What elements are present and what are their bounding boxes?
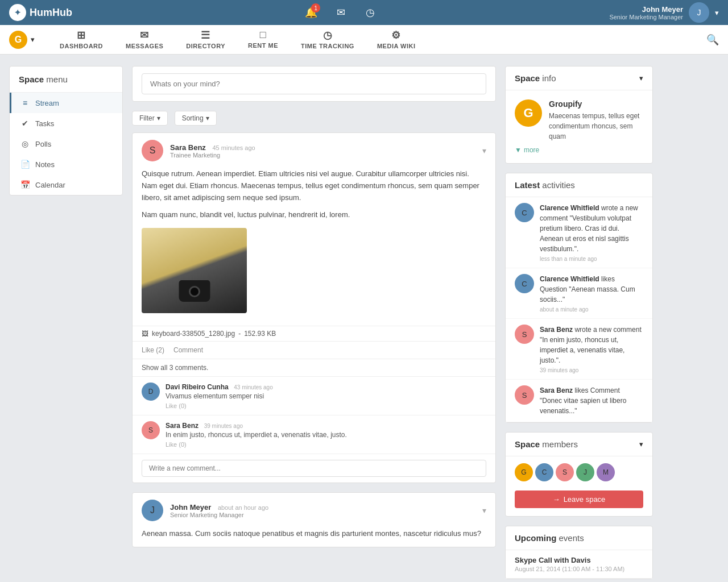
sidebar-label-polls: Polls <box>35 140 51 148</box>
activity-4-content: Sara Benz likes Comment "Donec vitae sap… <box>540 385 643 416</box>
notifications-button[interactable]: 🔔 1 <box>301 2 321 23</box>
show-all-comments[interactable]: Show all 3 comments. <box>133 359 495 377</box>
top-bar: ✦ HumHub 🔔 1 ✉ ◷ John Meyer Senior Marke… <box>0 0 728 25</box>
more-arrow-icon: ▼ <box>515 146 522 154</box>
sidebar-label-notes: Notes <box>35 160 55 169</box>
more-link[interactable]: ▼ more <box>515 146 643 154</box>
comment-2-like[interactable]: Like (0) <box>166 441 486 448</box>
post-2-chevron-icon[interactable]: ▾ <box>482 506 486 515</box>
space-info-chevron-icon: ▾ <box>639 74 643 82</box>
filter-label: Filter <box>139 114 155 122</box>
event-item-1: Skype Call with Davis August 21, 2014 (1… <box>506 550 652 579</box>
comment-2-time: 39 minutes ago <box>204 423 243 429</box>
nav-label-messages: MESSAGES <box>126 43 163 49</box>
filter-button[interactable]: Filter ▾ <box>132 111 168 126</box>
space-selector[interactable]: G ▾ <box>9 31 35 49</box>
user-menu-chevron-icon: ▾ <box>715 9 719 17</box>
post-1-text2: Nam quam nunc, blandit vel, luctus pulvi… <box>142 209 486 221</box>
post-2-role: Senior Marketing Manager <box>170 512 475 518</box>
sidebar-item-notes[interactable]: 📄 Notes <box>10 154 122 174</box>
post-1-comment-button[interactable]: Comment <box>173 346 203 354</box>
member-avatar-4[interactable]: J <box>576 463 594 481</box>
sidebar-item-polls[interactable]: ◎ Polls <box>10 134 122 154</box>
post-1-filesize: - <box>238 330 241 338</box>
members-title-bold: Space <box>515 439 540 449</box>
activity-1-avatar: C <box>515 203 534 222</box>
post-1-avatar: S <box>142 140 163 161</box>
post-1-chevron-icon[interactable]: ▾ <box>482 146 486 155</box>
member-avatar-3[interactable]: S <box>556 463 574 481</box>
search-button[interactable]: 🔍 <box>706 34 719 46</box>
member-avatar-5[interactable]: M <box>597 463 615 481</box>
post-1-like-button[interactable]: Like (2) <box>142 346 164 354</box>
space-info-body: G Groupify Maecenas tempus, tellus eget … <box>506 90 652 163</box>
post-2-header: J John Meyer about an hour ago Senior Ma… <box>133 493 495 528</box>
search-icon: 🔍 <box>706 34 719 45</box>
activity-2-avatar: C <box>515 274 534 293</box>
sidebar-item-calendar[interactable]: 📅 Calendar <box>10 174 122 195</box>
messages-button[interactable]: ✉ <box>330 2 351 23</box>
comment-1-author: Davi Ribeiro Cunha <box>166 383 229 391</box>
post-2-avatar: J <box>142 500 163 521</box>
sidebar-item-stream[interactable]: ≡ Stream <box>10 93 122 113</box>
activity-2-content: Clarence Whitfield likes Question "Aenea… <box>540 274 643 305</box>
post-1-comments: Show all 3 comments. D Davi Ribeiro Cunh… <box>133 359 495 483</box>
nav-item-mediawiki[interactable]: ⚙ MEDIA WIKI <box>366 25 427 55</box>
user-name: John Meyer <box>609 5 683 14</box>
sidebar-card: Space menu ≡ Stream ✔ Tasks ◎ Polls 📄 No… <box>9 66 123 196</box>
sidebar-label-stream: Stream <box>35 99 59 107</box>
space-name: Groupify <box>549 99 643 109</box>
event-1-title: Skype Call with Davis <box>515 556 643 564</box>
more-label: more <box>524 146 539 154</box>
activity-1-time: less than a minute ago <box>540 256 643 262</box>
leave-icon: → <box>553 495 560 504</box>
activity-item-1: C Clarence Whitfield wrote a new comment… <box>506 197 652 268</box>
space-icon: G <box>9 31 27 49</box>
secondary-nav: G ▾ ⊞ DASHBOARD ✉ MESSAGES ☰ DIRECTORY □… <box>0 25 728 55</box>
post-1-header: S Sara Benz 45 minutes ago Trainee Marke… <box>133 133 495 168</box>
polls-icon: ◎ <box>20 139 30 148</box>
activity-3-content: Sara Benz wrote a new comment "In enim j… <box>540 325 643 365</box>
member-avatar-1[interactable]: G <box>515 463 533 481</box>
logo-icon: ✦ <box>9 4 26 21</box>
logo[interactable]: ✦ HumHub <box>9 4 72 21</box>
activity-2-text: Clarence Whitfield likes Question "Aenea… <box>540 274 643 313</box>
post-1-filesize-val: 152.93 KB <box>244 330 276 338</box>
post-2-time: about an hour ago <box>218 504 268 511</box>
nav-item-dashboard[interactable]: ⊞ DASHBOARD <box>48 25 114 55</box>
feed: Filter ▾ Sorting ▾ S Sara Benz 45 minute… <box>132 66 496 582</box>
clock-button[interactable]: ◷ <box>360 2 380 23</box>
space-members-header: Space members ▾ <box>506 433 652 456</box>
activity-2-author: Clarence Whitfield <box>540 275 599 283</box>
sorting-button[interactable]: Sorting ▾ <box>175 111 217 126</box>
nav-item-messages[interactable]: ✉ MESSAGES <box>114 25 175 55</box>
nav-item-rentme[interactable]: □ RENT ME <box>237 25 289 55</box>
nav-item-directory[interactable]: ☰ DIRECTORY <box>175 25 237 55</box>
new-post-input[interactable] <box>142 73 486 94</box>
new-comment-input[interactable] <box>142 460 486 477</box>
activity-4-avatar: S <box>515 385 534 405</box>
leave-label: Leave space <box>564 495 606 504</box>
stream-icon: ≡ <box>20 98 30 107</box>
main-content: Space menu ≡ Stream ✔ Tasks ◎ Polls 📄 No… <box>0 55 728 582</box>
comment-1-like[interactable]: Like (0) <box>166 402 486 409</box>
top-bar-center: 🔔 1 ✉ ◷ <box>301 2 380 23</box>
post-2-meta: John Meyer about an hour ago Senior Mark… <box>170 503 475 518</box>
activity-1-content: Clarence Whitfield wrote a new comment "… <box>540 203 643 254</box>
user-avatar: J <box>689 2 709 23</box>
camera-lens <box>189 286 200 297</box>
nav-item-timetracking[interactable]: ◷ TIME TRACKING <box>289 25 366 55</box>
sidebar-title-rest: menu <box>44 74 68 84</box>
new-post-box <box>132 66 496 102</box>
sidebar-item-tasks[interactable]: ✔ Tasks <box>10 113 122 134</box>
activity-3-time: 39 minutes ago <box>540 367 643 373</box>
nav-label-dashboard: DASHBOARD <box>60 43 103 49</box>
latest-activities-title: Latest activities <box>515 180 575 190</box>
new-comment-box <box>133 454 495 483</box>
comment-2-author: Sara Benz <box>166 422 198 430</box>
members-chevron-icon: ▾ <box>639 440 643 448</box>
nav-label-mediawiki: MEDIA WIKI <box>377 43 416 49</box>
leave-space-button[interactable]: → Leave space <box>515 490 643 508</box>
member-avatar-2[interactable]: C <box>535 463 553 481</box>
user-menu[interactable]: John Meyer Senior Marketing Manager J ▾ <box>609 2 719 23</box>
